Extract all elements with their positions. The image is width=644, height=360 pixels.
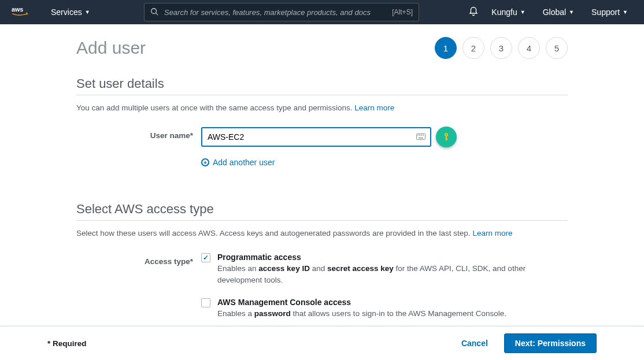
svg-point-1 [151,8,157,13]
username-input[interactable] [201,127,431,147]
step-1[interactable]: 1 [435,37,457,59]
access-type-label: Access type* [76,253,201,266]
svg-rect-6 [421,135,422,136]
account-menu[interactable]: Kungfu ▼ [487,8,530,17]
svg-rect-5 [419,135,420,136]
region-label: Global [543,8,566,17]
top-nav: aws Services ▼ [Alt+S] Kungfu ▼ Global ▼… [0,0,644,24]
divider [76,220,568,221]
svg-point-10 [446,134,447,135]
global-search[interactable]: [Alt+S] [144,3,419,21]
console-access-desc: Enables a password that allows users to … [217,308,568,320]
notifications-icon[interactable] [468,6,479,18]
region-menu[interactable]: Global ▼ [538,8,579,17]
search-shortcut-hint: [Alt+S] [392,8,413,16]
svg-line-2 [156,13,158,15]
support-menu[interactable]: Support ▼ [587,8,632,17]
step-3[interactable]: 3 [490,37,512,59]
wizard-steps: 1 2 3 4 5 [435,37,568,59]
services-label: Services [51,8,82,17]
next-permissions-button[interactable]: Next: Permissions [504,333,597,353]
required-note: * Required [47,339,87,348]
cancel-button[interactable]: Cancel [452,334,497,352]
learn-more-link[interactable]: Learn more [472,229,512,237]
svg-rect-11 [446,136,447,141]
caret-down-icon: ▼ [520,9,525,15]
step-4[interactable]: 4 [518,37,540,59]
console-access-title: AWS Management Console access [217,298,568,307]
console-access-checkbox[interactable] [201,298,210,307]
account-label: Kungfu [491,8,517,17]
plus-circle-icon: + [201,158,209,166]
select-access-type-heading: Select AWS access type [76,202,568,217]
keyboard-icon [416,133,425,142]
add-another-user-label: Add another user [213,158,275,167]
support-label: Support [591,8,620,17]
search-icon [150,8,158,17]
svg-rect-12 [446,139,448,140]
programmatic-access-title: Programmatic access [217,253,568,262]
svg-rect-7 [423,135,424,136]
services-menu[interactable]: Services ▼ [46,8,95,17]
step-2[interactable]: 2 [462,37,484,59]
caret-down-icon: ▼ [623,9,628,15]
step-5[interactable]: 5 [546,37,568,59]
svg-rect-4 [417,135,419,136]
key-icon [436,127,457,147]
set-user-details-desc: You can add multiple users at once with … [76,102,568,114]
select-access-type-desc: Select how these users will access AWS. … [76,228,568,239]
page-title: Add user [76,38,146,58]
set-user-details-heading: Set user details [76,76,568,91]
learn-more-link[interactable]: Learn more [354,103,394,112]
wizard-footer: * Required Cancel Next: Permissions [0,326,644,360]
caret-down-icon: ▼ [85,9,90,15]
search-input[interactable] [145,3,419,21]
svg-text:aws: aws [12,6,23,13]
divider [76,95,568,95]
svg-rect-8 [419,138,423,139]
programmatic-access-desc: Enables an access key ID and secret acce… [217,263,568,287]
aws-logo[interactable]: aws [12,5,35,19]
username-label: User name* [76,127,201,140]
add-another-user-button[interactable]: + Add another user [201,158,568,167]
caret-down-icon: ▼ [569,9,574,15]
programmatic-access-checkbox[interactable] [201,253,210,262]
